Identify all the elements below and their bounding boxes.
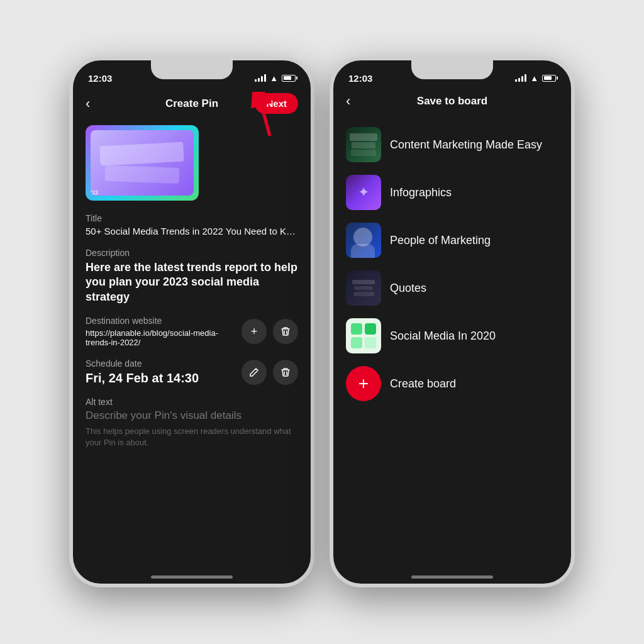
description-value[interactable]: Here are the latest trends report to hel… [86,260,298,304]
destination-content: Destination website https://planable.io/… [86,316,242,347]
home-indicator-2 [411,575,493,579]
status-time-1: 12:03 [88,73,112,84]
nav-title-1: Create Pin [165,97,218,110]
board-name-people-marketing: People of Marketing [390,234,491,247]
add-destination-button[interactable]: + [242,319,267,344]
home-indicator-1 [151,575,233,579]
board-thumb-quotes [346,270,381,306]
status-bar-2: 12:03 ▲ [333,60,571,88]
delete-schedule-button[interactable] [273,360,298,385]
schedule-value[interactable]: Fri, 24 Feb at 14:30 [86,371,242,386]
board-name-quotes: Quotes [390,282,426,295]
battery-icon-1 [282,75,296,82]
board-thumb-people [346,223,381,258]
destination-label: Destination website [86,316,242,326]
board-item-content-marketing[interactable]: Content Marketing Made Easy [333,121,571,169]
create-board-icon: + [346,366,381,401]
pin-content: '22 Title 50+ Social Media Trends in 202… [73,119,311,455]
schedule-content: Schedule date Fri, 24 Feb at 14:30 [86,358,242,386]
arrow-annotation [229,92,279,145]
board-thumb-content-marketing [346,127,381,162]
phone-create-pin: 12:03 ▲ ‹ Create Pin [69,57,314,587]
schedule-label: Schedule date [86,358,242,369]
create-board-label: Create board [390,377,456,391]
board-thumb-infographics: ✦ [346,175,381,210]
back-button-1[interactable]: ‹ [86,96,104,112]
title-value[interactable]: 50+ Social Media Trends in 2022 You Need… [86,226,298,236]
battery-icon-2 [542,75,556,82]
alt-text-hint: This helps people using screen readers u… [86,426,298,448]
status-icons-1: ▲ [255,74,296,83]
board-name-social-media: Social Media In 2020 [390,330,496,343]
back-button-2[interactable]: ‹ [346,93,365,109]
alt-text-field: Alt text Describe your Pin's visual deta… [86,397,298,448]
phone-save-to-board: 12:03 ▲ ‹ Save to board [330,57,575,587]
signal-icon-2 [515,74,526,82]
red-arrow-icon [229,92,279,142]
destination-value[interactable]: https://planable.io/blog/social-media-tr… [86,328,242,347]
destination-actions: + [242,319,298,344]
signal-icon-1 [255,74,266,82]
nav-title-2: Save to board [417,95,487,108]
title-field: Title 50+ Social Media Trends in 2022 Yo… [86,213,298,236]
nav-bar-save-board: ‹ Save to board [333,88,571,114]
delete-destination-button[interactable] [273,319,298,344]
board-thumb-social [346,318,381,353]
schedule-field: Schedule date Fri, 24 Feb at 14:30 [86,358,298,386]
create-board-button[interactable]: + Create board [333,360,571,408]
edit-schedule-button[interactable] [242,360,267,385]
board-name-infographics: Infographics [390,186,452,199]
alt-text-placeholder[interactable]: Describe your Pin's visual details [86,409,298,422]
alt-text-label: Alt text [86,397,298,407]
status-time-2: 12:03 [348,73,372,84]
schedule-actions [242,360,298,385]
title-label: Title [86,213,298,223]
board-item-social-media[interactable]: Social Media In 2020 [333,312,571,360]
status-bar-1: 12:03 ▲ [73,60,311,88]
description-field: Description Here are the latest trends r… [86,248,298,304]
wifi-icon-1: ▲ [270,74,278,83]
wifi-icon-2: ▲ [530,74,538,83]
board-item-quotes[interactable]: Quotes [333,264,571,312]
pin-thumbnail: '22 [86,125,199,201]
description-label: Description [86,248,298,258]
svg-line-1 [262,106,270,136]
board-list: Content Marketing Made Easy ✦ Infographi… [333,114,571,414]
destination-field: Destination website https://planable.io/… [86,316,298,347]
status-icons-2: ▲ [515,74,556,83]
board-name-content-marketing: Content Marketing Made Easy [390,138,542,152]
board-item-infographics[interactable]: ✦ Infographics [333,169,571,216]
board-item-people-marketing[interactable]: People of Marketing [333,216,571,264]
